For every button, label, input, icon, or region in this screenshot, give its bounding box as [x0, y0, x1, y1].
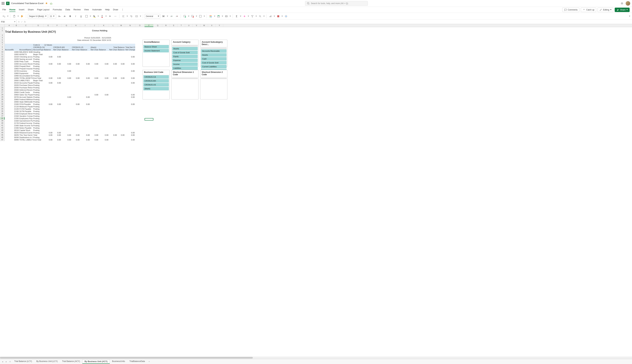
cell[interactable]	[5, 65, 14, 68]
data-cell[interactable]	[61, 79, 72, 82]
data-cell[interactable]	[61, 94, 72, 96]
column-header[interactable]: R	[162, 24, 170, 27]
slicer-account-subcategory[interactable]: Account Subcategory Descr... Accounts Re…	[200, 40, 227, 67]
acct-type[interactable]: Posting	[33, 103, 44, 106]
data-cell[interactable]	[44, 89, 53, 91]
acct-type[interactable]: Posting	[33, 110, 44, 112]
data-cell[interactable]: 0.00	[44, 103, 53, 106]
data-cell[interactable]	[90, 86, 99, 89]
sheet-tab[interactable]: By Business Unit (LCY)	[34, 360, 60, 364]
app-launcher-icon[interactable]	[2, 2, 5, 5]
cell[interactable]	[5, 122, 14, 124]
acct-no[interactable]: 20700	[14, 96, 19, 98]
data-cell[interactable]: 0.00	[44, 82, 53, 84]
cell[interactable]	[5, 136, 14, 138]
acct-type[interactable]: Begin-Total	[33, 79, 44, 82]
acct-type[interactable]: Posting	[33, 63, 44, 65]
slicer-business-unit[interactable]: Business Unit Code CRONUS-CACRONUS-MXCRO…	[142, 70, 170, 100]
data-cell[interactable]	[61, 65, 72, 68]
data-cell[interactable]	[80, 68, 90, 70]
data-cell[interactable]	[99, 132, 109, 134]
data-cell[interactable]	[90, 65, 99, 68]
cancel-formula-icon[interactable]: ✕	[18, 21, 20, 23]
cell[interactable]	[5, 110, 14, 112]
data-cell[interactable]	[61, 132, 72, 134]
acct-name[interactable]: Saving account	[19, 58, 33, 60]
data-cell[interactable]	[80, 124, 90, 127]
data-cell[interactable]	[109, 108, 117, 110]
data-cell[interactable]	[117, 124, 125, 127]
data-cell[interactable]	[117, 127, 125, 129]
acct-no[interactable]: 21200	[14, 108, 19, 110]
data-cell[interactable]	[90, 129, 99, 132]
row-header[interactable]: 47	[0, 138, 5, 141]
data-cell[interactable]	[125, 127, 135, 129]
acct-name[interactable]: Purchase Discounts	[19, 84, 33, 86]
data-cell[interactable]: 0.00	[125, 63, 135, 65]
bu-ca[interactable]: CRONUS-CA	[33, 46, 53, 48]
acct-type[interactable]: Posting	[33, 94, 44, 96]
col-netchange[interactable]: Net Change	[90, 48, 99, 51]
menu-automate[interactable]: Automate	[92, 8, 102, 12]
cell[interactable]	[5, 86, 14, 89]
data-cell[interactable]	[109, 68, 117, 70]
data-cell[interactable]	[125, 79, 135, 82]
data-cell[interactable]: 0.00	[72, 63, 80, 65]
data-cell[interactable]	[117, 108, 125, 110]
acct-name[interactable]: Purchase Returns &	[19, 86, 33, 89]
data-cell[interactable]: 0.00	[53, 82, 61, 84]
data-cell[interactable]	[53, 117, 61, 120]
column-header[interactable]: Q	[153, 24, 162, 27]
cell[interactable]	[5, 44, 14, 46]
data-cell[interactable]	[109, 129, 117, 132]
acct-type[interactable]: Posting	[33, 82, 44, 84]
data-cell[interactable]	[80, 108, 90, 110]
column-header[interactable]: K	[99, 24, 109, 27]
cell[interactable]	[5, 68, 14, 70]
data-cell[interactable]	[109, 79, 117, 82]
cell[interactable]	[5, 72, 14, 74]
acct-name[interactable]: Deferred Revenue	[19, 89, 33, 91]
format-table-button[interactable]	[216, 14, 221, 18]
data-cell[interactable]	[80, 72, 90, 74]
data-cell[interactable]	[72, 132, 80, 134]
data-cell[interactable]	[109, 94, 117, 96]
data-cell[interactable]	[99, 74, 109, 77]
column-header[interactable]: N	[125, 24, 135, 27]
data-cell[interactable]	[44, 60, 53, 63]
acct-no[interactable]: 30290	[14, 134, 19, 136]
acct-type[interactable]: Posting	[33, 91, 44, 94]
data-cell[interactable]: 0.00	[53, 138, 61, 141]
acct-name[interactable]: ASSETS	[19, 53, 33, 56]
acct-name[interactable]: FUTA Payable	[19, 108, 33, 110]
data-cell[interactable]	[44, 96, 53, 98]
data-cell[interactable]	[125, 122, 135, 124]
data-cell[interactable]	[72, 108, 80, 110]
data-cell[interactable]: 0.00	[44, 132, 53, 134]
acct-no[interactable]: 10300	[14, 60, 19, 63]
data-cell[interactable]	[99, 86, 109, 89]
row-header[interactable]: 21	[0, 77, 5, 79]
row-header[interactable]: 40	[0, 122, 5, 124]
data-cell[interactable]: 0.00	[44, 56, 53, 58]
acct-name[interactable]: Garnishment Payab	[19, 120, 33, 122]
menu-view[interactable]: View	[84, 8, 89, 12]
data-cell[interactable]	[61, 60, 72, 63]
data-cell[interactable]	[117, 70, 125, 72]
chevron-down-icon[interactable]	[167, 16, 168, 16]
acct-type[interactable]: Posting	[33, 129, 44, 132]
acct-no[interactable]: 10700	[14, 70, 19, 72]
data-cell[interactable]: 0.00	[61, 70, 72, 72]
acct-no[interactable]: 20400	[14, 89, 19, 91]
data-cell[interactable]	[72, 106, 80, 108]
add-sheet-button[interactable]: +	[148, 360, 151, 363]
data-cell[interactable]	[90, 106, 99, 108]
acct-type[interactable]: End-Total	[33, 77, 44, 79]
row-header[interactable]: 31	[0, 101, 5, 103]
data-cell[interactable]	[61, 122, 72, 124]
data-cell[interactable]	[90, 98, 99, 101]
data-cell[interactable]	[53, 79, 61, 82]
data-cell[interactable]	[99, 124, 109, 127]
grow-font-button[interactable]: A▴	[57, 14, 62, 18]
data-cell[interactable]	[90, 127, 99, 129]
